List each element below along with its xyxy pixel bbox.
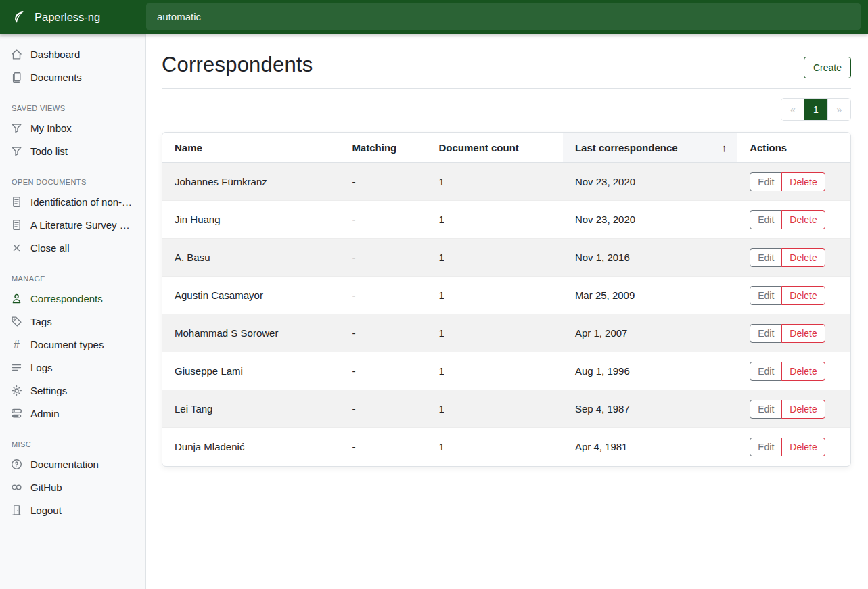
last-correspondence-cell: Mar 25, 2009 [563, 277, 737, 314]
pagination-page-1-button[interactable]: 1 [804, 99, 827, 120]
sidebar-item-documentation[interactable]: Documentation [0, 453, 145, 475]
sidebar-item-documents[interactable]: Documents [0, 66, 145, 89]
last-correspondence-cell: Apr 1, 2007 [563, 314, 737, 352]
delete-button[interactable]: Delete [781, 324, 825, 343]
brand[interactable]: Paperless-ng [0, 0, 146, 34]
edit-button[interactable]: Edit [750, 400, 782, 419]
sidebar-item-logout[interactable]: Logout [0, 499, 145, 521]
sidebar-heading-open-documents: OPEN DOCUMENTS [0, 163, 145, 190]
document-count-cell: 1 [427, 314, 563, 352]
sidebar-item-document-types[interactable]: # Document types [0, 333, 145, 356]
delete-button[interactable]: Delete [781, 362, 825, 381]
sidebar-item-label: Logs [30, 362, 53, 373]
correspondents-table: Name Matching Document count Last corres… [162, 133, 850, 466]
sidebar-item-label: Correspondents [30, 293, 103, 304]
sidebar-item-label: Settings [30, 385, 67, 396]
sidebar-item-logs[interactable]: Logs [0, 356, 145, 379]
sidebar-item-label: Documentation [30, 458, 99, 470]
document-count-cell: 1 [427, 428, 563, 466]
column-header-actions: Actions [737, 133, 850, 163]
edit-button[interactable]: Edit [750, 324, 782, 343]
column-header-last-correspondence[interactable]: Last correspondence ↑ [563, 133, 737, 163]
delete-button[interactable]: Delete [781, 286, 825, 305]
table-row: A. Basu - 1 Nov 1, 2016 EditDelete [162, 239, 850, 277]
sidebar-item-github[interactable]: GitHub [0, 476, 145, 498]
table-row: Lei Tang - 1 Sep 4, 1987 EditDelete [162, 390, 850, 428]
table-row: Dunja Mladenić - 1 Apr 4, 1981 EditDelet… [162, 428, 850, 466]
delete-button[interactable]: Delete [781, 172, 825, 191]
correspondent-name-cell: Lei Tang [162, 390, 340, 428]
list-lines-icon [11, 362, 22, 373]
sidebar-item-admin[interactable]: Admin [0, 402, 145, 425]
sidebar-item-open-document-1[interactable]: Identification of non-fu... [0, 191, 145, 213]
delete-button[interactable]: Delete [781, 210, 825, 229]
sidebar-heading-misc: MISC [0, 425, 145, 452]
matching-cell: - [340, 201, 426, 239]
last-correspondence-cell: Nov 23, 2020 [563, 163, 737, 201]
correspondent-name-cell: Agustin Casamayor [162, 277, 340, 314]
close-icon [11, 242, 22, 254]
row-actions: EditDelete [750, 324, 825, 343]
column-header-matching[interactable]: Matching [340, 133, 426, 163]
create-button[interactable]: Create [804, 57, 851, 78]
document-count-cell: 1 [427, 239, 563, 277]
edit-button[interactable]: Edit [750, 362, 782, 381]
column-header-name[interactable]: Name [162, 133, 340, 163]
last-correspondence-cell: Nov 1, 2016 [563, 239, 737, 277]
sidebar-item-open-document-2[interactable]: A Literature Survey on ... [0, 214, 145, 236]
pagination: « 1 » [781, 98, 851, 121]
toggles-icon [11, 408, 22, 419]
sidebar-item-todo-list[interactable]: Todo list [0, 140, 145, 162]
delete-button[interactable]: Delete [781, 248, 825, 267]
correspondent-name-cell: Dunja Mladenić [162, 428, 340, 466]
table-row: Giuseppe Lami - 1 Aug 1, 1996 EditDelete [162, 352, 850, 390]
edit-button[interactable]: Edit [750, 438, 782, 456]
search-container [146, 0, 868, 34]
link-icon [11, 481, 22, 493]
sidebar-item-correspondents[interactable]: Correspondents [0, 287, 145, 310]
funnel-icon [11, 122, 22, 134]
correspondent-name-cell: Giuseppe Lami [162, 352, 340, 390]
column-header-label: Last correspondence [575, 142, 678, 154]
delete-button[interactable]: Delete [781, 400, 825, 419]
document-count-cell: 1 [427, 277, 563, 314]
sidebar-item-label: Admin [30, 408, 60, 419]
row-actions: EditDelete [750, 172, 825, 191]
pagination-prev-button[interactable]: « [781, 99, 804, 120]
brand-title: Paperless-ng [35, 11, 100, 24]
edit-button[interactable]: Edit [750, 172, 782, 191]
row-actions: EditDelete [750, 400, 825, 419]
last-correspondence-cell: Aug 1, 1996 [563, 352, 737, 390]
sidebar-item-label: Tags [30, 316, 52, 327]
page-header: Correspondents Create [162, 47, 851, 89]
sidebar-item-dashboard[interactable]: Dashboard [0, 43, 145, 66]
column-header-document-count[interactable]: Document count [427, 133, 563, 163]
sidebar-item-label: Dashboard [30, 49, 80, 60]
edit-button[interactable]: Edit [750, 286, 782, 305]
global-search-input[interactable] [146, 3, 861, 30]
door-icon [11, 504, 22, 516]
matching-cell: - [340, 390, 426, 428]
sort-ascending-icon: ↑ [722, 142, 727, 154]
row-actions: EditDelete [750, 438, 825, 456]
table-header-row: Name Matching Document count Last corres… [162, 133, 850, 163]
sidebar-item-label: Identification of non-fu... [30, 196, 135, 208]
tag-icon [11, 316, 22, 327]
funnel-icon [11, 145, 22, 157]
pagination-next-button[interactable]: » [827, 99, 850, 120]
sidebar-item-tags[interactable]: Tags [0, 310, 145, 333]
person-icon [11, 293, 22, 304]
sidebar-item-settings[interactable]: Settings [0, 379, 145, 402]
row-actions: EditDelete [750, 248, 825, 267]
sidebar-item-label: Documents [30, 72, 82, 83]
sidebar-item-my-inbox[interactable]: My Inbox [0, 117, 145, 139]
sidebar-item-close-all[interactable]: Close all [0, 237, 145, 259]
edit-button[interactable]: Edit [750, 248, 782, 267]
correspondent-name-cell: Jin Huang [162, 201, 340, 239]
edit-button[interactable]: Edit [750, 210, 782, 229]
delete-button[interactable]: Delete [781, 438, 825, 456]
matching-cell: - [340, 314, 426, 352]
table-row: Jin Huang - 1 Nov 23, 2020 EditDelete [162, 201, 850, 239]
question-circle-icon [11, 458, 22, 470]
row-actions: EditDelete [750, 286, 825, 305]
